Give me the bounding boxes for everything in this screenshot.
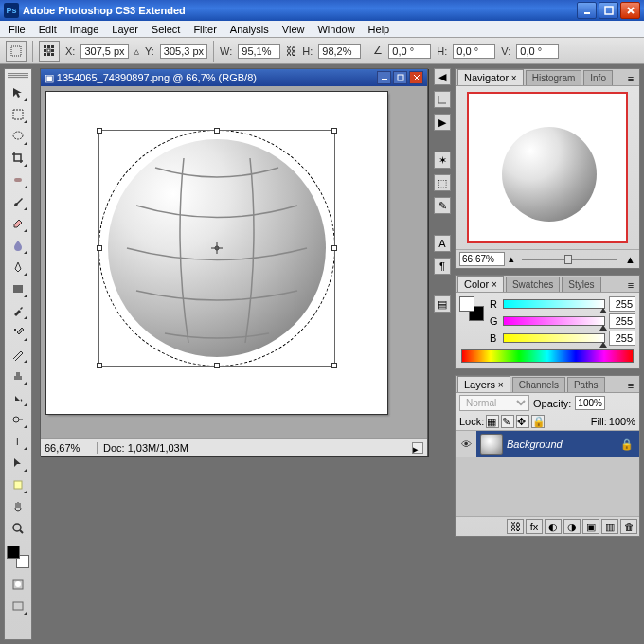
doc-minimize-button[interactable] bbox=[377, 71, 391, 84]
dock-expand-icon[interactable]: ◀ bbox=[434, 68, 451, 85]
tab-styles[interactable]: Styles bbox=[562, 277, 600, 292]
tab-layers[interactable]: Layers × bbox=[457, 376, 510, 392]
doc-close-button[interactable] bbox=[409, 71, 423, 84]
transform-handle-bl[interactable] bbox=[97, 363, 102, 368]
tab-histogram[interactable]: Histogram bbox=[526, 70, 582, 85]
transform-handle-tr[interactable] bbox=[331, 128, 337, 134]
lasso-tool[interactable] bbox=[7, 126, 29, 147]
type-tool[interactable]: T bbox=[7, 431, 29, 452]
navigator-preview[interactable] bbox=[467, 92, 628, 243]
layer-style-icon[interactable]: fx bbox=[526, 519, 543, 534]
dock-paragraph-icon[interactable]: ¶ bbox=[434, 258, 451, 275]
move-tool[interactable] bbox=[7, 82, 29, 103]
layer-mask-icon[interactable]: ◐ bbox=[545, 519, 562, 534]
menu-select[interactable]: Select bbox=[145, 22, 188, 37]
hand-tool[interactable] bbox=[7, 496, 29, 517]
opacity-field[interactable]: 100% bbox=[575, 396, 605, 410]
lock-position-icon[interactable]: ✥ bbox=[516, 415, 529, 428]
w-field[interactable]: 95,1% bbox=[238, 44, 280, 59]
quick-mask-button[interactable] bbox=[7, 574, 29, 595]
tab-channels[interactable]: Channels bbox=[512, 377, 565, 392]
layer-row[interactable]: 👁 Background 🔒 bbox=[456, 431, 639, 457]
dodge-tool[interactable] bbox=[7, 409, 29, 430]
transform-handle-tl[interactable] bbox=[97, 128, 102, 134]
navigator-zoom-field[interactable]: 66,67% bbox=[459, 252, 505, 266]
path-select-tool[interactable] bbox=[7, 453, 29, 474]
minimize-button[interactable] bbox=[577, 2, 597, 19]
menu-layer[interactable]: Layer bbox=[105, 22, 145, 37]
dock-actions-icon[interactable]: ▶ bbox=[434, 114, 451, 131]
x-field[interactable]: 307,5 px bbox=[80, 44, 128, 59]
stamp-tool[interactable] bbox=[7, 366, 29, 386]
adjustment-layer-icon[interactable]: ◑ bbox=[564, 519, 581, 534]
wand-tool[interactable] bbox=[7, 322, 29, 343]
notes-tool[interactable] bbox=[7, 474, 29, 495]
foreground-background-colors[interactable] bbox=[7, 546, 29, 568]
slice-tool[interactable] bbox=[7, 344, 29, 365]
transform-handle-rc[interactable] bbox=[331, 245, 337, 251]
transform-handle-br[interactable] bbox=[331, 363, 337, 368]
blend-mode-select[interactable]: Normal bbox=[459, 395, 529, 411]
color-spectrum[interactable] bbox=[461, 349, 634, 363]
vskew-field[interactable]: 0,0 ° bbox=[516, 44, 559, 59]
navigator-zoom-slider[interactable] bbox=[518, 253, 621, 266]
close-button[interactable] bbox=[620, 2, 640, 19]
doc-maximize-button[interactable] bbox=[393, 71, 407, 84]
fill-field[interactable]: 100% bbox=[609, 416, 635, 427]
tab-paths[interactable]: Paths bbox=[567, 377, 605, 392]
healing-tool[interactable] bbox=[7, 170, 29, 190]
menu-filter[interactable]: Filter bbox=[187, 22, 223, 37]
menu-file[interactable]: File bbox=[2, 22, 32, 37]
crop-tool[interactable] bbox=[7, 148, 29, 169]
zoom-tool[interactable] bbox=[7, 518, 29, 539]
dock-layer-comps-icon[interactable]: ▤ bbox=[434, 295, 451, 313]
marquee-tool[interactable] bbox=[7, 104, 29, 125]
delta-icon[interactable]: △ bbox=[134, 46, 139, 56]
tab-swatches[interactable]: Swatches bbox=[506, 277, 560, 292]
canvas[interactable] bbox=[46, 92, 387, 414]
link-layers-icon[interactable]: ⛓ bbox=[507, 519, 524, 534]
eraser-tool[interactable] bbox=[7, 213, 29, 234]
r-value[interactable]: 255 bbox=[609, 296, 635, 312]
transform-handle-lc[interactable] bbox=[97, 245, 102, 251]
status-menu-icon[interactable]: ▸ bbox=[412, 442, 423, 454]
document-window[interactable]: ▣ 1354065_74890897.png @ 66,7% (RGB/8) bbox=[40, 68, 428, 456]
transform-box[interactable] bbox=[98, 130, 335, 367]
reference-point-icon[interactable] bbox=[39, 41, 60, 62]
tab-navigator[interactable]: Navigator × bbox=[457, 69, 524, 85]
screen-mode-button[interactable] bbox=[7, 596, 29, 617]
layer-name[interactable]: Background bbox=[507, 438, 620, 450]
r-slider[interactable] bbox=[503, 299, 605, 309]
hskew-field[interactable]: 0,0 ° bbox=[453, 44, 495, 59]
lock-transparency-icon[interactable]: ▦ bbox=[486, 415, 499, 428]
menu-image[interactable]: Image bbox=[63, 22, 106, 37]
new-layer-icon[interactable]: ▥ bbox=[601, 519, 618, 534]
menu-analysis[interactable]: Analysis bbox=[224, 22, 276, 37]
g-value[interactable]: 255 bbox=[609, 313, 635, 329]
menu-help[interactable]: Help bbox=[362, 22, 397, 37]
menu-edit[interactable]: Edit bbox=[32, 22, 63, 37]
y-field[interactable]: 305,3 px bbox=[160, 44, 207, 59]
dock-character-icon[interactable]: A bbox=[434, 235, 451, 252]
color-menu-icon[interactable]: ≡ bbox=[624, 278, 637, 292]
tab-info[interactable]: Info bbox=[583, 70, 613, 85]
document-title-bar[interactable]: ▣ 1354065_74890897.png @ 66,7% (RGB/8) bbox=[41, 69, 427, 86]
h-field[interactable]: 98,2% bbox=[318, 44, 361, 59]
color-fgbg-swatch[interactable] bbox=[459, 296, 484, 321]
zoom-in-icon[interactable]: ▲ bbox=[625, 254, 635, 265]
lock-all-icon[interactable]: 🔒 bbox=[531, 415, 545, 428]
eyedropper-tool[interactable] bbox=[7, 300, 29, 321]
delete-layer-icon[interactable]: 🗑 bbox=[620, 519, 637, 534]
transform-center-icon[interactable] bbox=[211, 242, 223, 254]
maximize-button[interactable] bbox=[599, 2, 618, 19]
pen-tool[interactable] bbox=[7, 257, 29, 277]
menu-view[interactable]: View bbox=[276, 22, 312, 37]
navigator-menu-icon[interactable]: ≡ bbox=[624, 72, 637, 85]
b-value[interactable]: 255 bbox=[609, 331, 635, 346]
layer-list[interactable]: 👁 Background 🔒 bbox=[456, 431, 639, 516]
transform-tool-preset[interactable] bbox=[6, 41, 27, 62]
layer-thumbnail[interactable] bbox=[480, 434, 503, 455]
b-slider[interactable] bbox=[503, 333, 605, 343]
tab-color[interactable]: Color × bbox=[457, 276, 504, 292]
dock-tool-presets-icon[interactable]: ✎ bbox=[434, 197, 451, 214]
